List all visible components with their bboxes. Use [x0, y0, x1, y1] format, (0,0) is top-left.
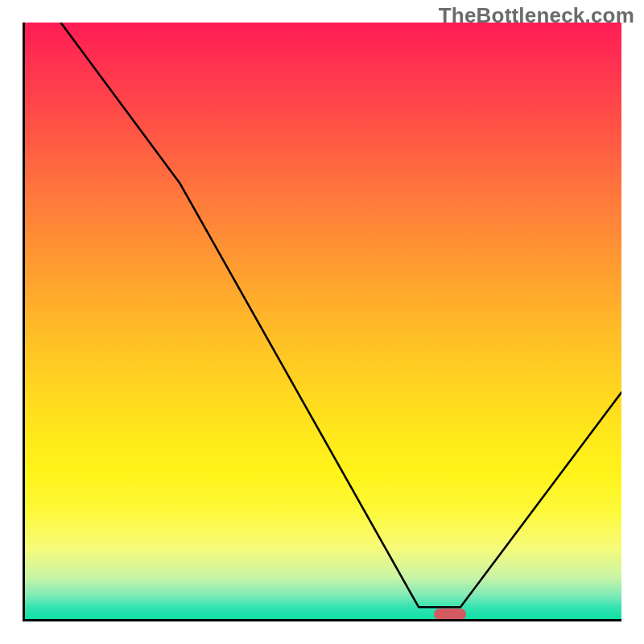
optimal-marker: [434, 609, 466, 620]
watermark-text: TheBottleneck.com: [439, 3, 634, 28]
curve-path: [60, 23, 621, 607]
plot-area: [23, 23, 621, 621]
bottleneck-curve: [25, 23, 621, 619]
chart-canvas: TheBottleneck.com: [0, 0, 644, 644]
